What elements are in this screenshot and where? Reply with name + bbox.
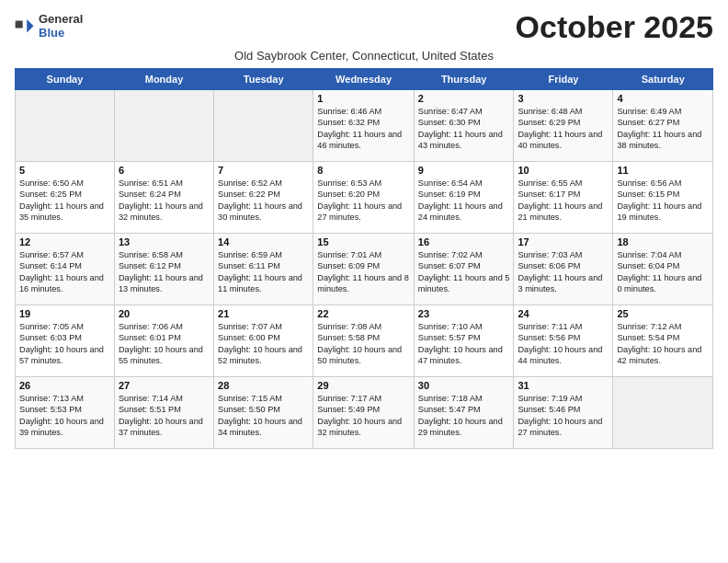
day-number: 21 (218, 308, 309, 319)
day-info: Sunrise: 7:11 AMSunset: 5:56 PMDaylight:… (518, 321, 609, 367)
subtitle: Old Saybrook Center, Connecticut, United… (15, 49, 713, 63)
day-info: Sunrise: 7:18 AMSunset: 5:47 PMDaylight:… (418, 393, 510, 439)
calendar-cell (114, 90, 213, 162)
calendar-cell: 9Sunrise: 6:54 AMSunset: 6:19 PMDaylight… (414, 162, 514, 234)
logo: ⬛ General Blue (15, 13, 83, 40)
day-header-sunday: Sunday (16, 69, 115, 90)
day-number: 10 (518, 165, 609, 176)
calendar-cell: 8Sunrise: 6:53 AMSunset: 6:20 PMDaylight… (313, 162, 415, 234)
calendar-cell: 29Sunrise: 7:17 AMSunset: 5:49 PMDayligh… (313, 377, 415, 449)
day-number: 4 (617, 93, 709, 104)
day-info: Sunrise: 6:46 AMSunset: 6:32 PMDaylight:… (317, 106, 410, 152)
day-header-friday: Friday (514, 69, 613, 90)
day-number: 2 (418, 93, 510, 104)
calendar-cell: 3Sunrise: 6:48 AMSunset: 6:29 PMDaylight… (514, 90, 613, 162)
calendar-cell (613, 377, 713, 449)
day-number: 6 (119, 165, 210, 176)
day-number: 31 (518, 380, 609, 391)
day-info: Sunrise: 6:48 AMSunset: 6:29 PMDaylight:… (518, 106, 609, 152)
logo-icon: ⬛ (15, 17, 35, 37)
day-info: Sunrise: 7:14 AMSunset: 5:51 PMDaylight:… (119, 393, 210, 439)
day-number: 7 (218, 165, 309, 176)
calendar-cell: 19Sunrise: 7:05 AMSunset: 6:03 PMDayligh… (16, 305, 115, 377)
day-number: 5 (19, 165, 110, 176)
calendar-cell: 14Sunrise: 6:59 AMSunset: 6:11 PMDayligh… (214, 234, 313, 305)
day-info: Sunrise: 7:01 AMSunset: 6:09 PMDaylight:… (317, 249, 410, 295)
day-info: Sunrise: 7:05 AMSunset: 6:03 PMDaylight:… (19, 321, 110, 367)
calendar-cell: 17Sunrise: 7:03 AMSunset: 6:06 PMDayligh… (514, 234, 613, 305)
calendar-cell: 16Sunrise: 7:02 AMSunset: 6:07 PMDayligh… (414, 234, 514, 305)
calendar-cell: 18Sunrise: 7:04 AMSunset: 6:04 PMDayligh… (613, 234, 713, 305)
day-info: Sunrise: 7:07 AMSunset: 6:00 PMDaylight:… (218, 321, 309, 367)
day-header-monday: Monday (114, 69, 213, 90)
day-info: Sunrise: 6:49 AMSunset: 6:27 PMDaylight:… (617, 106, 709, 152)
calendar-cell: 10Sunrise: 6:55 AMSunset: 6:17 PMDayligh… (514, 162, 613, 234)
day-number: 23 (418, 308, 510, 319)
day-header-saturday: Saturday (613, 69, 713, 90)
day-number: 24 (518, 308, 609, 319)
day-number: 25 (617, 308, 709, 319)
day-info: Sunrise: 7:08 AMSunset: 5:58 PMDaylight:… (317, 321, 410, 367)
calendar-cell: 6Sunrise: 6:51 AMSunset: 6:24 PMDaylight… (114, 162, 213, 234)
calendar-cell: 31Sunrise: 7:19 AMSunset: 5:46 PMDayligh… (514, 377, 613, 449)
calendar-cell: 11Sunrise: 6:56 AMSunset: 6:15 PMDayligh… (613, 162, 713, 234)
day-number: 13 (119, 236, 210, 247)
day-number: 28 (218, 380, 309, 391)
day-info: Sunrise: 7:04 AMSunset: 6:04 PMDaylight:… (617, 249, 709, 295)
calendar-cell: 25Sunrise: 7:12 AMSunset: 5:54 PMDayligh… (613, 305, 713, 377)
calendar-cell: 26Sunrise: 7:13 AMSunset: 5:53 PMDayligh… (16, 377, 115, 449)
day-info: Sunrise: 6:47 AMSunset: 6:30 PMDaylight:… (418, 106, 510, 152)
day-info: Sunrise: 6:52 AMSunset: 6:22 PMDaylight:… (218, 178, 309, 224)
day-info: Sunrise: 6:51 AMSunset: 6:24 PMDaylight:… (119, 178, 210, 224)
day-header-thursday: Thursday (414, 69, 514, 90)
svg-marker-1 (27, 19, 33, 33)
calendar-cell: 15Sunrise: 7:01 AMSunset: 6:09 PMDayligh… (313, 234, 415, 305)
day-number: 18 (617, 236, 709, 247)
calendar-cell: 23Sunrise: 7:10 AMSunset: 5:57 PMDayligh… (414, 305, 514, 377)
calendar-cell: 24Sunrise: 7:11 AMSunset: 5:56 PMDayligh… (514, 305, 613, 377)
day-number: 3 (518, 93, 609, 104)
day-number: 16 (418, 236, 510, 247)
calendar-table: SundayMondayTuesdayWednesdayThursdayFrid… (15, 68, 713, 449)
day-info: Sunrise: 7:15 AMSunset: 5:50 PMDaylight:… (218, 393, 309, 439)
day-info: Sunrise: 7:03 AMSunset: 6:06 PMDaylight:… (518, 249, 609, 295)
day-number: 22 (317, 308, 410, 319)
calendar-cell (214, 90, 313, 162)
day-number: 12 (19, 236, 110, 247)
day-info: Sunrise: 7:19 AMSunset: 5:46 PMDaylight:… (518, 393, 609, 439)
day-number: 1 (317, 93, 410, 104)
calendar-cell: 7Sunrise: 6:52 AMSunset: 6:22 PMDaylight… (214, 162, 313, 234)
calendar-cell: 4Sunrise: 6:49 AMSunset: 6:27 PMDaylight… (613, 90, 713, 162)
day-number: 11 (617, 165, 709, 176)
calendar-cell: 21Sunrise: 7:07 AMSunset: 6:00 PMDayligh… (214, 305, 313, 377)
day-info: Sunrise: 6:56 AMSunset: 6:15 PMDaylight:… (617, 178, 709, 224)
logo-blue-text: Blue (39, 27, 83, 40)
day-number: 9 (418, 165, 510, 176)
day-number: 15 (317, 236, 410, 247)
day-number: 14 (218, 236, 309, 247)
day-number: 8 (317, 165, 410, 176)
day-number: 30 (418, 380, 510, 391)
day-info: Sunrise: 6:59 AMSunset: 6:11 PMDaylight:… (218, 249, 309, 295)
day-info: Sunrise: 7:12 AMSunset: 5:54 PMDaylight:… (617, 321, 709, 367)
calendar-cell: 27Sunrise: 7:14 AMSunset: 5:51 PMDayligh… (114, 377, 213, 449)
calendar-cell: 5Sunrise: 6:50 AMSunset: 6:25 PMDaylight… (16, 162, 115, 234)
calendar-cell: 13Sunrise: 6:58 AMSunset: 6:12 PMDayligh… (114, 234, 213, 305)
month-title: October 2025 (516, 9, 713, 45)
day-info: Sunrise: 6:57 AMSunset: 6:14 PMDaylight:… (19, 249, 110, 295)
calendar-cell: 2Sunrise: 6:47 AMSunset: 6:30 PMDaylight… (414, 90, 514, 162)
calendar-cell (16, 90, 115, 162)
calendar-cell: 30Sunrise: 7:18 AMSunset: 5:47 PMDayligh… (414, 377, 514, 449)
day-number: 29 (317, 380, 410, 391)
calendar-cell: 12Sunrise: 6:57 AMSunset: 6:14 PMDayligh… (16, 234, 115, 305)
svg-text:⬛: ⬛ (15, 20, 24, 29)
day-info: Sunrise: 7:06 AMSunset: 6:01 PMDaylight:… (119, 321, 210, 367)
day-number: 26 (19, 380, 110, 391)
day-number: 27 (119, 380, 210, 391)
day-info: Sunrise: 6:50 AMSunset: 6:25 PMDaylight:… (19, 178, 110, 224)
calendar-cell: 20Sunrise: 7:06 AMSunset: 6:01 PMDayligh… (114, 305, 213, 377)
day-header-tuesday: Tuesday (214, 69, 313, 90)
day-info: Sunrise: 7:13 AMSunset: 5:53 PMDaylight:… (19, 393, 110, 439)
day-info: Sunrise: 7:17 AMSunset: 5:49 PMDaylight:… (317, 393, 410, 439)
day-info: Sunrise: 6:55 AMSunset: 6:17 PMDaylight:… (518, 178, 609, 224)
